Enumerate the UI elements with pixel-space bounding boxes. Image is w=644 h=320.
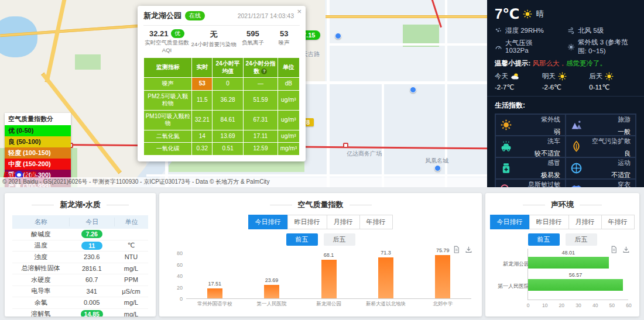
info-icon[interactable]: ?	[261, 68, 267, 74]
map-label: 凤凰名城	[425, 157, 448, 165]
sound-bar-chart: 新龙湖公园 48.01 第一人民医院 56.57 0102030405060	[491, 249, 633, 310]
x-axis-tick: 40	[592, 302, 598, 308]
x-axis-tick: 60	[626, 302, 631, 308]
bar[interactable]	[264, 285, 279, 298]
status-badge: 在线	[185, 11, 205, 20]
aqi-range-button[interactable]: 后五	[324, 233, 355, 246]
bar-slot: 17.51 常州外国语学校	[186, 253, 243, 298]
bar-category-label: 新龙湖公园	[503, 260, 529, 268]
dashboard: 1号线 天吉路 亿达商务广场 凤凰名城 常州北站 沪蓉高速 7.15 新龙湖公园…	[0, 0, 644, 320]
aqi-legend-item: 良 (50-100)	[5, 136, 71, 147]
popup-table-row: 噪声530—dB	[144, 78, 300, 91]
popup-table-header: 实时	[192, 58, 213, 78]
sound-card: 声环境 今日排行昨日排行月排行年排行 前五后五 新龙湖公园 48.01 第一人民…	[485, 193, 639, 316]
close-icon[interactable]: ×	[297, 8, 302, 15]
pressure-label: 大气压强	[505, 39, 532, 46]
aqi-legend-item: 轻度 (100-150)	[5, 147, 71, 159]
humidity-icon	[495, 27, 502, 35]
tip-label: 温馨小提示:	[495, 60, 530, 67]
bar[interactable]	[321, 260, 337, 298]
aqi-tab[interactable]: 今日排行	[248, 215, 288, 229]
popup-stat: 595负氧离子	[237, 29, 268, 53]
sun-icon	[605, 72, 614, 81]
water-table-header: 名称	[12, 218, 69, 226]
x-axis-tick: 0	[527, 302, 530, 308]
sun-icon	[523, 9, 532, 19]
aqi-tab[interactable]: 月排行	[327, 215, 360, 229]
medicine-icon	[500, 162, 512, 174]
life-index-cell: 紫外线弱	[495, 114, 566, 136]
map-poi-icon[interactable]	[335, 33, 341, 39]
life-index-cell: 洗车较不适宜	[495, 136, 566, 157]
sound-tab[interactable]: 今日排行	[490, 215, 530, 229]
download-icon[interactable]	[465, 246, 472, 253]
bar-value-label: 48.01	[562, 250, 576, 256]
popup-table-row: PM2.5可吸入颗粒物11.536.2851.59ug/m³	[144, 90, 300, 110]
sound-tab[interactable]: 昨日排行	[529, 215, 569, 229]
bar[interactable]	[528, 257, 609, 269]
sound-range-button[interactable]: 前五	[528, 233, 560, 246]
aqi-grade-badge: 优	[171, 29, 185, 38]
forecast-day: 后天 0-11℃	[589, 72, 636, 91]
life-index-cell: 穿衣冷	[566, 179, 636, 187]
life-index-grid: 紫外线弱 旅游一般 洗车较不适宜 空气污染扩散良 感冒极易发 运动不适宜 息斯敏…	[495, 113, 636, 187]
sound-card-title: 声环境	[485, 199, 639, 210]
sound-range-button[interactable]: 后五	[566, 233, 597, 246]
map-poi-icon[interactable]	[434, 165, 441, 171]
bar-value-label: 68.1	[324, 252, 334, 258]
uv-sun-icon	[500, 119, 512, 131]
bar[interactable]	[207, 288, 222, 298]
map-poi-icon[interactable]	[410, 87, 416, 93]
baidu-map[interactable]: 1号线 天吉路 亿达商务广场 凤凰名城 常州北站 沪蓉高速 7.15 新龙湖公园…	[0, 0, 487, 187]
bar[interactable]	[528, 279, 623, 291]
life-index-cell: 运动不适宜	[566, 157, 636, 179]
bar-value-label: 23.69	[265, 277, 279, 283]
map-road	[327, 43, 487, 46]
bar-slot: 75.79 北郊中学	[415, 253, 471, 298]
water-table-header: 今日	[69, 218, 114, 226]
bar[interactable]	[435, 255, 450, 298]
document-icon[interactable]	[453, 246, 460, 253]
water-table-row: 余氯0.005mg/L	[12, 297, 148, 309]
sound-tab[interactable]: 年排行	[601, 215, 635, 229]
bar-value-label: 56.57	[569, 272, 583, 278]
water-card-title: 新龙湖•水质	[5, 199, 156, 210]
water-table-row: 水硬度60.7PPM	[12, 274, 148, 286]
popup-table-row: PM10可吸入颗粒物32.2184.6167.31ug/m³	[144, 110, 300, 130]
sound-tabs: 今日排行昨日排行月排行年排行	[485, 215, 639, 229]
popup-title: 新龙湖公园	[143, 11, 181, 21]
life-index-cell: 息斯敏过敏较易发	[495, 179, 566, 187]
map-highway	[326, 15, 487, 18]
popup-table-row: 二氧化氮1413.6917.11ug/m³	[144, 130, 300, 143]
bar[interactable]	[378, 257, 393, 298]
aqi-tab[interactable]: 年排行	[359, 215, 393, 229]
bar-category-label: 第一人民医院	[257, 301, 287, 308]
current-temp: 7℃	[495, 6, 519, 22]
forecast-day: 明天 -2-6℃	[542, 72, 590, 91]
aqi-range-button[interactable]: 前五	[286, 233, 318, 246]
travel-icon	[570, 119, 583, 131]
aqi-legend-title: 空气质量指数分	[5, 113, 71, 125]
wind-value: 北风 5级	[578, 26, 604, 35]
sound-tab[interactable]: 月排行	[568, 215, 602, 229]
weather-condition: 晴	[536, 9, 543, 19]
popup-table-header: 24小时平均值	[213, 58, 244, 78]
aqi-tabs: 今日排行昨日排行月排行年排行	[159, 215, 482, 229]
popup-metrics-table: 监测指标实时24小时平均值24小时分指数 ?单位 噪声530—dBPM2.5可吸…	[143, 57, 300, 156]
wheel-icon	[570, 162, 583, 174]
uv-value: 紫外线 3 (参考范围: 0~15)	[578, 38, 636, 56]
x-axis-tick: 30	[576, 302, 581, 308]
bottom-section: 新龙湖•水质 名称今日单位 酸碱度7.26温度11℃浊度230.6NTU总溶解性…	[0, 187, 644, 320]
bar-category-label: 常州外国语学校	[197, 301, 232, 308]
map-water-area	[0, 16, 37, 57]
y-axis-tick: 20	[177, 285, 183, 291]
popup-table-header: 监测指标	[144, 58, 192, 78]
air-quality-card: 空气质量指数 今日排行昨日排行月排行年排行 前五后五 02040608017.5…	[159, 193, 482, 316]
bar-category-label: 北郊中学	[433, 301, 453, 308]
bar-slot: 68.1 新龙湖公园	[300, 253, 357, 298]
x-axis-tick: 10	[542, 302, 547, 308]
water-table-row: 总溶解性固体2816.1mg/L	[12, 263, 148, 275]
water-quality-card: 新龙湖•水质 名称今日单位 酸碱度7.26温度11℃浊度230.6NTU总溶解性…	[5, 193, 156, 316]
aqi-tab[interactable]: 昨日排行	[287, 215, 327, 229]
leaf-icon	[570, 140, 583, 153]
